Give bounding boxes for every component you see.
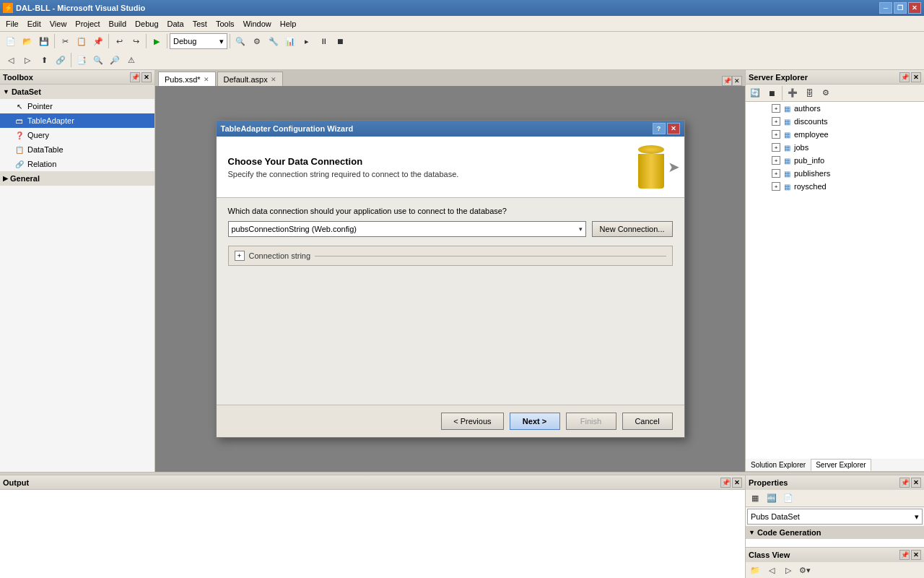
run-button[interactable]: ▶ <box>149 33 165 49</box>
toolbar2-btn2[interactable]: ▷ <box>19 52 35 68</box>
debug-mode-dropdown[interactable]: Debug ▾ <box>170 33 227 49</box>
menu-data[interactable]: Data <box>163 18 188 30</box>
toolbar-btn-extra3[interactable]: 🔧 <box>266 33 282 49</box>
properties-pin[interactable]: 📌 <box>899 478 910 488</box>
menu-edit[interactable]: Edit <box>23 18 45 30</box>
editor-close-button[interactable]: ✕ <box>732 76 742 86</box>
tree-item-roysched[interactable]: + ▦ roysched <box>746 180 924 193</box>
toolbox-item-datatable[interactable]: 📋 DataTable <box>0 142 154 157</box>
redo-button[interactable]: ↪ <box>128 33 144 49</box>
class-view-pin[interactable]: 📌 <box>899 550 910 560</box>
roysched-expand[interactable]: + <box>772 182 780 191</box>
properties-object-selector[interactable]: Pubs DataSet ▾ <box>747 509 923 525</box>
toolbar-btn-extra4[interactable]: 📊 <box>282 33 298 49</box>
menu-project[interactable]: Project <box>71 18 104 30</box>
tree-item-publishers[interactable]: + ▦ publishers <box>746 167 924 180</box>
editor-pin-button[interactable]: 📌 <box>722 76 732 86</box>
discounts-expand[interactable]: + <box>772 117 780 126</box>
toolbox-item-query[interactable]: ❓ Query <box>0 128 154 142</box>
toolbar-btn-extra6[interactable]: ⏸ <box>315 33 331 49</box>
toolbar-btn-extra7[interactable]: ⏹ <box>332 33 348 49</box>
class-view-close[interactable]: ✕ <box>911 550 921 560</box>
class-settings-button[interactable]: ⚙▾ <box>797 563 813 579</box>
next-button[interactable]: Next > <box>510 413 560 430</box>
toolbox-pin-button[interactable]: 📌 <box>130 72 140 82</box>
class-back-button[interactable]: ◁ <box>764 563 780 579</box>
dialog-help-button[interactable]: ? <box>653 123 666 134</box>
menu-build[interactable]: Build <box>105 18 131 30</box>
publishers-expand[interactable]: + <box>772 169 780 178</box>
toolbox-section-general[interactable]: ▶ General <box>0 171 154 186</box>
server-explorer-pin[interactable]: 📌 <box>899 72 910 82</box>
tab-pubs-close-icon[interactable]: ✕ <box>204 76 209 83</box>
restore-button[interactable]: ❐ <box>894 2 907 14</box>
finish-button[interactable]: Finish <box>566 413 616 430</box>
tree-item-employee[interactable]: + ▦ employee <box>746 128 924 141</box>
server-refresh-button[interactable]: 🔄 <box>747 85 763 101</box>
open-file-button[interactable]: 📂 <box>19 33 35 49</box>
close-button[interactable]: ✕ <box>908 2 921 14</box>
class-new-folder-button[interactable]: 📁 <box>747 563 763 579</box>
prop-sort-alpha-button[interactable]: 🔤 <box>764 491 780 506</box>
new-file-button[interactable]: 📄 <box>3 33 19 49</box>
bottom-panel-pin[interactable]: 📌 <box>720 478 731 488</box>
server-settings-button[interactable]: ⚙ <box>818 85 834 101</box>
toolbar2-btn3[interactable]: ⬆ <box>36 52 52 68</box>
tree-item-jobs[interactable]: + ▦ jobs <box>746 141 924 154</box>
toolbar2-btn5[interactable]: 📑 <box>74 52 90 68</box>
toolbox-item-tableadapter[interactable]: 🗃 TableAdapter <box>0 113 154 128</box>
cancel-button[interactable]: Cancel <box>622 413 673 430</box>
menu-file[interactable]: File <box>1 18 23 30</box>
new-connection-button[interactable]: New Connection... <box>592 221 673 237</box>
jobs-expand[interactable]: + <box>772 143 780 152</box>
previous-button[interactable]: < Previous <box>441 413 503 430</box>
tree-item-pub-info[interactable]: + ▦ pub_info <box>746 154 924 167</box>
toolbar2-btn8[interactable]: ⚠ <box>123 52 139 68</box>
server-stop-button[interactable]: ⏹ <box>764 85 780 101</box>
cut-button[interactable]: ✂ <box>57 33 73 49</box>
toolbox-item-relation[interactable]: 🔗 Relation <box>0 157 154 171</box>
tab-pubs-xsd[interactable]: Pubs.xsd* ✕ <box>158 72 216 86</box>
tree-item-authors[interactable]: + ▦ authors <box>746 102 924 115</box>
tab-default-aspx[interactable]: Default.aspx ✕ <box>217 72 283 86</box>
connection-string-expand[interactable]: + <box>235 251 245 261</box>
solution-explorer-tab[interactable]: Solution Explorer <box>746 459 811 471</box>
prop-sort-category-button[interactable]: ▦ <box>747 491 763 506</box>
authors-expand[interactable]: + <box>772 104 780 113</box>
tree-item-discounts[interactable]: + ▦ discounts <box>746 115 924 128</box>
toolbar2-btn6[interactable]: 🔍 <box>90 52 106 68</box>
menu-tools[interactable]: Tools <box>212 18 239 30</box>
class-forward-button[interactable]: ▷ <box>780 563 796 579</box>
prop-desc-button[interactable]: 📄 <box>780 491 796 506</box>
employee-expand[interactable]: + <box>772 130 780 139</box>
server-db-button[interactable]: 🗄 <box>801 85 817 101</box>
menu-view[interactable]: View <box>45 18 71 30</box>
menu-window[interactable]: Window <box>239 18 276 30</box>
bottom-panel-close[interactable]: ✕ <box>732 478 742 488</box>
toolbar-btn-extra1[interactable]: 🔍 <box>232 33 248 49</box>
toolbar2-btn4[interactable]: 🔗 <box>53 52 69 68</box>
toolbar2-btn1[interactable]: ◁ <box>3 52 19 68</box>
tab-default-close-icon[interactable]: ✕ <box>271 76 276 83</box>
copy-button[interactable]: 📋 <box>74 33 90 49</box>
server-explorer-close[interactable]: ✕ <box>911 72 921 82</box>
toolbox-close-button[interactable]: ✕ <box>141 72 152 82</box>
server-explorer-tab[interactable]: Server Explorer <box>811 459 871 471</box>
server-add-button[interactable]: ➕ <box>785 85 801 101</box>
minimize-button[interactable]: ─ <box>879 2 892 14</box>
paste-button[interactable]: 📌 <box>90 33 106 49</box>
menu-help[interactable]: Help <box>276 18 301 30</box>
toolbox-section-dataset[interactable]: ▼ DataSet <box>0 85 154 99</box>
dialog-close-button[interactable]: ✕ <box>667 123 680 134</box>
toolbar-btn-extra5[interactable]: ▸ <box>299 33 315 49</box>
menu-debug[interactable]: Debug <box>131 18 162 30</box>
toolbar-btn-extra2[interactable]: ⚙ <box>249 33 265 49</box>
connection-select[interactable]: pubsConnectionString (Web.config) ▾ <box>228 221 586 237</box>
toolbar2-btn7[interactable]: 🔎 <box>107 52 123 68</box>
properties-close[interactable]: ✕ <box>911 478 921 488</box>
undo-button[interactable]: ↩ <box>111 33 127 49</box>
save-button[interactable]: 💾 <box>36 33 52 49</box>
toolbox-item-pointer[interactable]: ↖ Pointer <box>0 99 154 113</box>
pub-info-expand[interactable]: + <box>772 156 780 165</box>
menu-test[interactable]: Test <box>188 18 212 30</box>
